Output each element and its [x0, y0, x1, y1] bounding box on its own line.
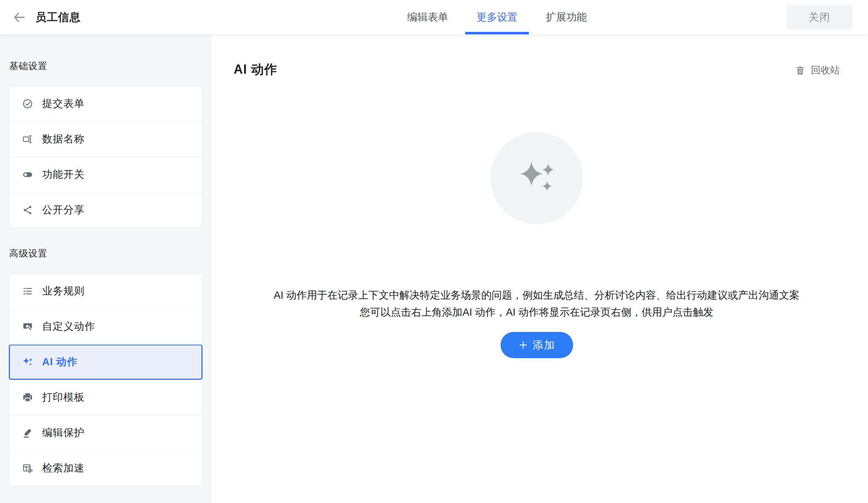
section-title-advanced: 高级设置 — [9, 247, 203, 260]
sidebar-item-label: 业务规则 — [42, 284, 85, 298]
custom-action-icon — [22, 321, 33, 332]
recycle-bin-label: 回收站 — [811, 64, 840, 77]
arrow-left-icon — [12, 10, 26, 24]
sidebar-item-label: AI 动作 — [42, 355, 78, 369]
sidebar-item-label: 功能开关 — [42, 168, 85, 182]
sidebar-item-data-name[interactable]: 数据名称 — [9, 121, 202, 157]
sidebar-item-feature-switch[interactable]: 功能开关 — [9, 157, 202, 192]
tab-extensions[interactable]: 扩展功能 — [532, 0, 601, 34]
plus-icon — [518, 340, 528, 350]
empty-state: AI 动作用于在记录上下文中解决特定业务场景的问题，例如生成总结、分析讨论内容、… — [234, 78, 840, 358]
sidebar-item-search-acceleration[interactable]: 检索加速 — [9, 451, 202, 486]
sidebar-item-custom-action[interactable]: 自定义动作 — [9, 309, 202, 344]
sidebar-item-label: 公开分享 — [42, 203, 85, 217]
sidebar-item-ai-actions[interactable]: AI 动作 — [9, 344, 202, 380]
list-icon — [22, 286, 33, 297]
recycle-bin-button[interactable]: 回收站 — [795, 64, 840, 77]
share-icon — [22, 204, 33, 216]
toggle-icon — [22, 169, 33, 180]
main-panel: AI 动作 回收站 AI 动作用于在记录上下文中解决特定业务场景的问题，例如生成… — [211, 34, 868, 503]
back-button[interactable] — [11, 9, 28, 26]
check-circle-icon — [22, 98, 33, 109]
sidebar-item-edit-protection[interactable]: 编辑保护 — [9, 415, 202, 451]
sidebar-item-label: 编辑保护 — [42, 426, 85, 440]
page-title: 员工信息 — [35, 10, 81, 25]
tab-edit-form[interactable]: 编辑表单 — [393, 0, 462, 34]
sidebar-item-label: 提交表单 — [42, 97, 85, 111]
advanced-settings-group: 业务规则 自定义动作 AI 动作 — [8, 273, 203, 486]
tab-bar: 编辑表单 更多设置 扩展功能 — [207, 0, 787, 34]
search-accel-icon — [22, 463, 33, 474]
sparkles-icon — [516, 157, 558, 199]
add-button-label: 添加 — [533, 338, 555, 352]
edit-icon — [22, 427, 33, 439]
description-line-1: AI 动作用于在记录上下文中解决特定业务场景的问题，例如生成总结、分析讨论内容、… — [274, 287, 799, 304]
add-ai-action-button[interactable]: 添加 — [501, 332, 573, 358]
sidebar-item-label: 数据名称 — [42, 132, 85, 146]
close-button[interactable]: 关闭 — [787, 5, 852, 30]
header: 员工信息 编辑表单 更多设置 扩展功能 关闭 — [0, 0, 868, 34]
section-title-basic: 基础设置 — [9, 60, 203, 72]
sidebar-item-label: 打印模板 — [42, 390, 85, 405]
rename-icon — [22, 134, 33, 145]
sidebar-item-public-share[interactable]: 公开分享 — [9, 192, 202, 228]
main-header-row: AI 动作 回收站 — [234, 61, 840, 78]
sidebar-item-label: 检索加速 — [42, 461, 85, 475]
printer-icon — [22, 392, 33, 403]
sidebar-item-business-rules[interactable]: 业务规则 — [9, 273, 202, 309]
main-title: AI 动作 — [234, 61, 277, 78]
basic-settings-group: 提交表单 数据名称 功能开关 — [8, 86, 203, 228]
body: 基础设置 提交表单 数据名称 — [0, 34, 868, 503]
sidebar-item-print-template[interactable]: 打印模板 — [9, 380, 202, 415]
trash-restore-icon — [795, 65, 806, 76]
description-line-2: 您可以点击右上角添加AI 动作，AI 动作将显示在记录页右侧，供用户点击触发 — [274, 304, 799, 321]
tab-more-settings[interactable]: 更多设置 — [462, 0, 532, 34]
header-left: 员工信息 — [11, 9, 207, 26]
settings-sidebar: 基础设置 提交表单 数据名称 — [0, 34, 211, 503]
sidebar-item-submit-form[interactable]: 提交表单 — [9, 86, 202, 121]
empty-state-illustration — [491, 132, 583, 224]
sparkles-icon — [22, 356, 33, 368]
sidebar-item-label: 自定义动作 — [42, 320, 95, 334]
empty-state-description: AI 动作用于在记录上下文中解决特定业务场景的问题，例如生成总结、分析讨论内容、… — [274, 287, 799, 321]
app-window: 员工信息 编辑表单 更多设置 扩展功能 关闭 基础设置 提交表单 — [0, 0, 868, 503]
